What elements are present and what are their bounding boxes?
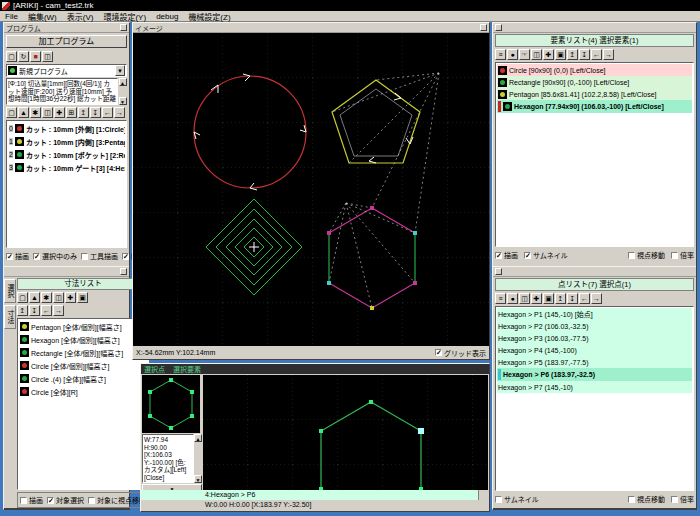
scroll-down-icon[interactable]: ▼ [119, 97, 127, 105]
point-row[interactable]: Hexagon > P4 (145,-100) [497, 344, 692, 356]
target-select-checkbox[interactable]: 対象選択 [47, 495, 84, 505]
new-file-icon[interactable]: ▢ [6, 51, 17, 62]
dimension-row[interactable]: Circle .(4) [全体][幅高さ] [19, 372, 147, 385]
add-icon[interactable]: ✚ [54, 107, 65, 118]
move-up-icon[interactable]: ↥ [555, 293, 566, 304]
menu-machine-settings[interactable]: 機械設定(Z) [188, 11, 230, 22]
image-panel-titlebar[interactable]: イメージ [133, 23, 489, 33]
tab-selected-point[interactable]: 選択点 [144, 364, 165, 374]
scale-checkbox[interactable]: 倍率 [671, 494, 694, 504]
tab-selection[interactable]: 選択 [4, 279, 16, 303]
move-down-icon[interactable]: ↧ [567, 293, 578, 304]
dimension-row[interactable]: Circle [全体/個別][幅高さ] [19, 359, 147, 372]
resize-grip[interactable] [478, 490, 489, 500]
add-icon[interactable]: ✚ [65, 292, 76, 303]
scroll-up-icon[interactable]: ▲ [119, 78, 127, 86]
cut-row[interactable]: 2 カット : 10mm [ポケット] [2:Rectangle] [8, 148, 125, 161]
insert-dim-icon[interactable]: ▲ [29, 292, 40, 303]
grid-icon[interactable]: ▣ [555, 49, 566, 60]
next-icon[interactable]: → [603, 49, 614, 60]
program-info-scrollbar[interactable]: ▲ ▼ [118, 78, 127, 105]
element-row-selected[interactable]: Hexagon [77.94x90] (106.03,-100) [Left/C… [497, 100, 692, 113]
element-row[interactable]: Rectangle [90x90] (0,-100) [Left/Close] [497, 76, 692, 88]
point-row[interactable]: Hexagon > P2 (106.03,-32.5) [497, 320, 692, 332]
copy-icon[interactable]: ◫ [531, 49, 542, 60]
point-panel-titlebar[interactable] [493, 267, 696, 277]
list-icon[interactable]: ≡ [495, 49, 506, 60]
reload-icon[interactable]: ↻ [18, 51, 29, 62]
draw-checkbox[interactable]: 描画 [6, 251, 29, 261]
selection-thumbnail-canvas[interactable] [142, 375, 200, 433]
dimension-row[interactable]: Circle [全体][R] [19, 385, 147, 398]
list-icon[interactable]: ≡ [495, 293, 506, 304]
prev-icon[interactable]: ← [591, 49, 602, 60]
dimension-row[interactable]: Pentagon [全体/個別][幅高さ] [19, 320, 147, 333]
move-down-icon[interactable]: ↧ [29, 305, 40, 316]
menu-env-settings[interactable]: 環境設定(Y) [103, 11, 146, 22]
move-up-icon[interactable]: ↥ [78, 107, 89, 118]
viewpoint-move-checkbox[interactable]: 視点移動 [628, 494, 665, 504]
tab-selected-element[interactable]: 選択要素 [173, 364, 201, 374]
add-icon[interactable]: ✚ [531, 293, 542, 304]
point-row[interactable]: Hexagon > P5 (183.97,-77.5) [497, 356, 692, 368]
selected-only-checkbox[interactable]: 選択中のみ [33, 251, 77, 261]
thumbnail-checkbox[interactable]: サムネイル [495, 494, 539, 504]
pin-icon[interactable] [495, 24, 502, 31]
dimension-panel-titlebar[interactable] [4, 267, 129, 277]
copy-icon[interactable]: ◫ [53, 292, 64, 303]
scale-checkbox[interactable]: 倍率 [671, 250, 694, 260]
pin-icon[interactable] [495, 268, 502, 275]
point-mode-icon[interactable]: ● [507, 293, 518, 304]
point-row[interactable]: Hexagon > P1 (145,-10) [始点] [497, 308, 692, 320]
program-select[interactable]: 新規プログラム ▼ [6, 64, 127, 77]
viewpoint-move-checkbox[interactable]: 視点移動 [628, 250, 665, 260]
machining-program-button[interactable]: 加工プログラム [6, 35, 127, 48]
info-scrollbar[interactable]: ▲ ▼ [194, 434, 202, 483]
program-info-box[interactable]: [Φ:10] 切込量[1mm][回数(4回/1)] カット速度[F:200] 送… [6, 78, 127, 105]
pin-icon[interactable] [120, 24, 127, 31]
grid-display-checkbox[interactable]: グリッド表示 [435, 348, 486, 358]
selection-canvas[interactable] [203, 375, 488, 490]
draw-checkbox[interactable]: 描画 [495, 250, 518, 260]
grid-icon[interactable]: ⊞ [66, 107, 77, 118]
point-row-selected[interactable]: Hexagon > P6 (183.97,-32.5) [497, 368, 692, 381]
point-row[interactable]: Hexagon > P3 (106.03,-77.5) [497, 332, 692, 344]
cut-row[interactable]: 1 カット : 10mm [内側] [3:Pentagon] [8, 135, 125, 148]
element-panel-titlebar[interactable] [493, 23, 696, 33]
copy-icon[interactable]: ◫ [42, 107, 53, 118]
chevron-down-icon[interactable]: ▼ [115, 65, 125, 76]
prev-icon[interactable]: ← [41, 305, 52, 316]
next-icon[interactable]: → [53, 305, 64, 316]
grid-icon[interactable]: ▣ [77, 292, 88, 303]
new-cut-icon[interactable]: ▢ [6, 107, 17, 118]
move-up-icon[interactable]: ↥ [17, 305, 28, 316]
copy-icon[interactable]: ◫ [519, 293, 530, 304]
insert-icon[interactable]: ▲ [18, 107, 29, 118]
draw-checkbox[interactable]: 描画 [20, 495, 43, 505]
move-down-icon[interactable]: ↧ [90, 107, 101, 118]
tab-dimension[interactable]: 寸法 [4, 305, 16, 329]
main-canvas[interactable] [133, 33, 489, 346]
dimension-row[interactable]: Hexagon [全体/個別][幅高さ] [19, 333, 147, 346]
prev-icon[interactable]: ← [579, 293, 590, 304]
menu-view[interactable]: 表示(V) [67, 11, 94, 22]
scroll-up-icon[interactable]: ▲ [194, 434, 202, 442]
pick-icon[interactable]: ☞ [519, 49, 530, 60]
selection-panel-titlebar[interactable]: 選択点 選択要素 [141, 364, 489, 374]
move-up-icon[interactable]: ↥ [567, 49, 578, 60]
cut-row[interactable]: 3 カット : 10mm ゲート[3] [4:Hexagon] [8, 161, 125, 174]
element-row[interactable]: Pentagon [85.6x81.41] (102.2,8.58) [Left… [497, 88, 692, 100]
dimension-row[interactable]: Rectangle [全体/個別][幅高さ] [19, 346, 147, 359]
tool-draw-checkbox[interactable]: 工具描画 [81, 251, 118, 261]
settings-gear-icon[interactable]: ✱ [30, 107, 41, 118]
window-icon[interactable]: ◫ [42, 51, 53, 62]
settings-gear-icon[interactable]: ✱ [41, 292, 52, 303]
point-mode-icon[interactable]: ● [507, 49, 518, 60]
menu-edit[interactable]: 編集(W) [28, 11, 57, 22]
scroll-down-icon[interactable]: ▼ [194, 475, 202, 483]
next-icon[interactable]: → [591, 293, 602, 304]
program-panel-titlebar[interactable]: プログラム [4, 23, 129, 33]
grid-icon[interactable]: ▣ [543, 293, 554, 304]
menu-file[interactable]: File [5, 12, 18, 21]
prev-icon[interactable]: ← [102, 107, 113, 118]
